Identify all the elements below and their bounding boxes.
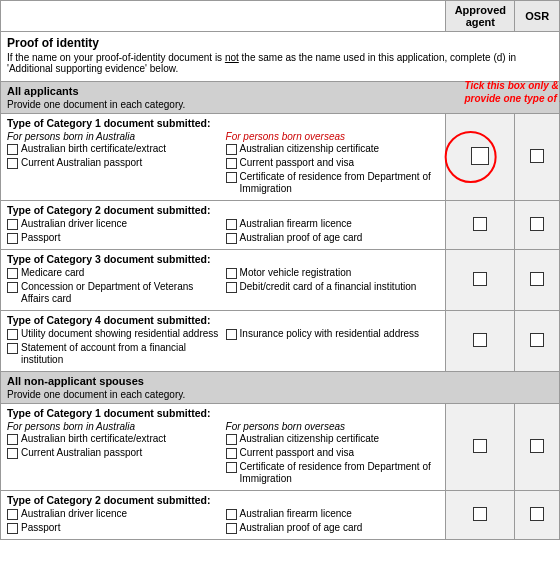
checkbox-passport-visa[interactable] [226,158,237,169]
debit-card-label: Debit/credit card of a financial institu… [240,281,417,293]
motor-vehicle-label: Motor vehicle registration [240,267,352,279]
cat3-all-content: Type of Category 3 document submitted: M… [1,250,446,311]
checkbox-statement[interactable] [7,343,18,354]
osr-header: OSR [515,1,560,32]
passport-visa-label: Current passport and visa [240,157,355,169]
proof-of-identity-title: Proof of identity [7,36,553,50]
born-overseas-label: For persons born overseas [226,131,440,142]
cat4-all-agent-cell [446,311,515,372]
checkbox-firearm[interactable] [226,219,237,230]
cat1-all-agent-cell: Tick this box only &provide one type of … [446,114,515,201]
born-overseas-non-label: For persons born overseas [226,421,440,432]
statement-label: Statement of account from a financial in… [21,342,221,366]
cat2-non-osr-cell [515,491,560,540]
list-item: Current passport and visa [226,157,440,169]
citizenship-label: Australian citizenship certificate [240,143,380,155]
cat3-all-osr-checkbox[interactable] [530,272,544,286]
list-item: Australian proof of age card [226,232,440,244]
list-item: Australian birth certificate/extract [7,433,221,445]
non-driver-licence-label: Australian driver licence [21,508,127,520]
cat4-all-title: Type of Category 4 document submitted: [7,314,439,326]
cat2-non-title: Type of Category 2 document submitted: [7,494,439,506]
cat1-non-osr-checkbox[interactable] [530,439,544,453]
checkbox-insurance[interactable] [226,329,237,340]
firearm-label: Australian firearm licence [240,218,352,230]
cat2-all-osr-cell [515,201,560,250]
born-in-aus-label: For persons born in Australia [7,131,221,142]
residence-cert-label: Certificate of residence from Department… [240,171,440,195]
list-item: Australian citizenship certificate [226,433,440,445]
proof-of-identity-section: Proof of identity If the name on your pr… [1,32,560,82]
cat1-all-content: Type of Category 1 document submitted: F… [1,114,446,201]
checkbox-non-citizenship[interactable] [226,434,237,445]
cat1-non-osr-cell [515,404,560,491]
checkbox-driver-licence[interactable] [7,219,18,230]
list-item: Australian proof of age card [226,522,440,534]
proof-of-identity-note: If the name on your proof-of-identity do… [7,52,553,74]
checkbox-non-driver-licence[interactable] [7,509,18,520]
checkbox-proof-age[interactable] [226,233,237,244]
born-in-aus-non-label: For persons born in Australia [7,421,221,432]
checkbox-aus-passport[interactable] [7,158,18,169]
cat1-non-content: Type of Category 1 document submitted: F… [1,404,446,491]
cat4-all-agent-checkbox[interactable] [473,333,487,347]
list-item: Australian firearm licence [226,508,440,520]
cat1-non-agent-checkbox[interactable] [473,439,487,453]
cat1-all-osr-checkbox[interactable] [530,149,544,163]
cat3-all-agent-checkbox[interactable] [473,272,487,286]
cat2-non-agent-checkbox[interactable] [473,507,487,521]
cat1-all-title: Type of Category 1 document submitted: [7,117,439,129]
cat1-all-agent-checkbox[interactable] [471,147,489,165]
non-citizenship-label: Australian citizenship certificate [240,433,380,445]
checkbox-non-aus-passport[interactable] [7,448,18,459]
checkbox-non-passport2[interactable] [7,523,18,534]
cat2-all-osr-checkbox[interactable] [530,217,544,231]
cat2-non-osr-checkbox[interactable] [530,507,544,521]
non-residence-cert-label: Certificate of residence from Department… [240,461,440,485]
non-aus-passport-label: Current Australian passport [21,447,142,459]
checkbox-aus-birth[interactable] [7,144,18,155]
cat4-all-content: Type of Category 4 document submitted: U… [1,311,446,372]
checkbox-concession[interactable] [7,282,18,293]
checkbox-citizenship[interactable] [226,144,237,155]
checkbox-non-firearm[interactable] [226,509,237,520]
checkbox-utility[interactable] [7,329,18,340]
checkbox-passport2[interactable] [7,233,18,244]
checkbox-non-aus-birth[interactable] [7,434,18,445]
list-item: Motor vehicle registration [226,267,440,279]
list-item: Certificate of residence from Department… [226,171,440,195]
driver-licence-label: Australian driver licence [21,218,127,230]
cat4-all-osr-cell [515,311,560,372]
list-item: Current passport and visa [226,447,440,459]
list-item: Australian citizenship certificate [226,143,440,155]
checkbox-non-proof-age[interactable] [226,523,237,534]
list-item: Passport [7,232,221,244]
cat2-all-agent-checkbox[interactable] [473,217,487,231]
checkbox-non-residence-cert[interactable] [226,462,237,473]
list-item: Concession or Department of Veterans Aff… [7,281,221,305]
cat2-non-agent-cell [446,491,515,540]
checkbox-motor-vehicle[interactable] [226,268,237,279]
cat2-all-agent-cell [446,201,515,250]
aus-birth-label: Australian birth certificate/extract [21,143,166,155]
aus-passport-label: Current Australian passport [21,157,142,169]
cat3-all-title: Type of Category 3 document submitted: [7,253,439,265]
checkbox-residence-cert[interactable] [226,172,237,183]
cat1-non-title: Type of Category 1 document submitted: [7,407,439,419]
cat2-all-title: Type of Category 2 document submitted: [7,204,439,216]
checkbox-non-passport-visa[interactable] [226,448,237,459]
list-item: Statement of account from a financial in… [7,342,221,366]
cat1-non-agent-cell [446,404,515,491]
list-item: Australian birth certificate/extract [7,143,221,155]
concession-label: Concession or Department of Veterans Aff… [21,281,221,305]
cat2-non-content: Type of Category 2 document submitted: A… [1,491,446,540]
utility-label: Utility document showing residential add… [21,328,218,340]
list-item: Current Australian passport [7,447,221,459]
list-item: Australian driver licence [7,508,221,520]
passport2-label: Passport [21,232,60,244]
non-firearm-label: Australian firearm licence [240,508,352,520]
checkbox-debit-card[interactable] [226,282,237,293]
cat4-all-osr-checkbox[interactable] [530,333,544,347]
checkbox-medicare[interactable] [7,268,18,279]
non-passport-visa-label: Current passport and visa [240,447,355,459]
